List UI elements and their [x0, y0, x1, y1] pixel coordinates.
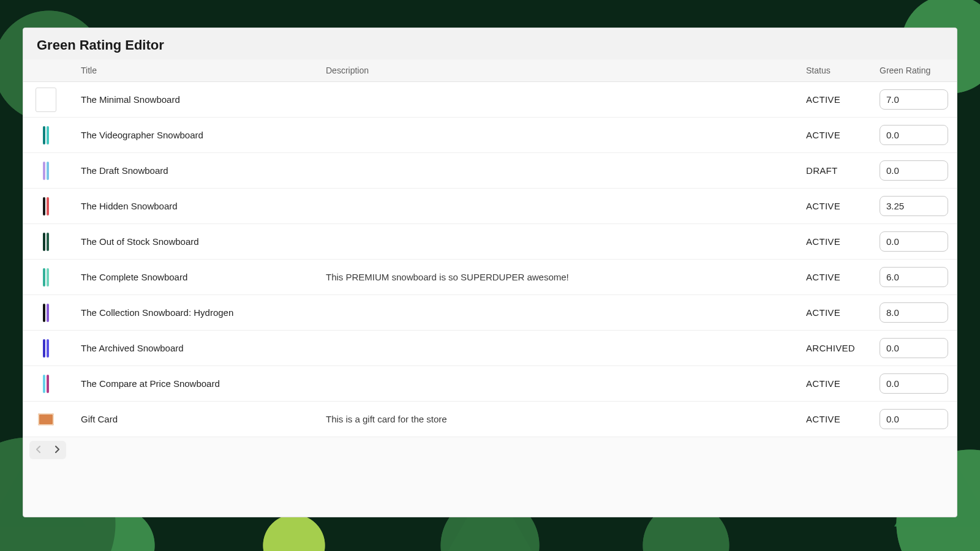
product-thumbnail [36, 159, 56, 183]
products-table: Title Description Status Green Rating Th… [23, 59, 957, 437]
table-row: The Draft SnowboardDRAFT [23, 153, 957, 189]
table-row: The Archived SnowboardARCHIVED [23, 331, 957, 366]
green-rating-input[interactable] [880, 409, 948, 429]
col-status: Status [797, 59, 871, 82]
green-rating-input[interactable] [880, 338, 948, 358]
product-thumbnail [36, 265, 56, 290]
green-rating-input[interactable] [880, 160, 948, 181]
product-title: The Videographer Snowboard [81, 130, 203, 140]
product-description: This is a gift card for the store [326, 414, 447, 424]
pagination [23, 437, 957, 465]
product-thumbnail [36, 194, 56, 219]
product-status: ACTIVE [806, 414, 840, 424]
product-title: The Complete Snowboard [81, 272, 187, 282]
page-title: Green Rating Editor [37, 37, 943, 53]
next-page-button[interactable] [48, 441, 66, 459]
product-title: The Compare at Price Snowboard [81, 378, 220, 389]
table-row: The Collection Snowboard: HydrogenACTIVE [23, 295, 957, 331]
app-card: Green Rating Editor Title Description St… [23, 28, 957, 517]
table-row: The Out of Stock SnowboardACTIVE [23, 224, 957, 260]
product-status: ACTIVE [806, 272, 840, 282]
prev-page-button[interactable] [29, 441, 48, 459]
product-thumbnail [36, 123, 56, 148]
product-description: This PREMIUM snowboard is so SUPERDUPER … [326, 272, 569, 282]
green-rating-input[interactable] [880, 267, 948, 287]
product-status: ACTIVE [806, 130, 840, 140]
table-row: The Hidden SnowboardACTIVE [23, 189, 957, 224]
product-status: DRAFT [806, 165, 838, 176]
product-title: Gift Card [81, 414, 118, 424]
table-row: The Complete SnowboardThis PREMIUM snowb… [23, 260, 957, 295]
table-row: Gift CardThis is a gift card for the sto… [23, 402, 957, 437]
product-title: The Collection Snowboard: Hydrogen [81, 307, 233, 318]
product-title: The Archived Snowboard [81, 343, 184, 353]
product-status: ACTIVE [806, 378, 840, 389]
product-thumbnail [36, 372, 56, 396]
green-rating-input[interactable] [880, 302, 948, 323]
green-rating-input[interactable] [880, 125, 948, 145]
table-row: The Minimal SnowboardACTIVE [23, 82, 957, 118]
table-row: The Compare at Price SnowboardACTIVE [23, 366, 957, 402]
product-thumbnail [36, 230, 56, 254]
green-rating-input[interactable] [880, 231, 948, 252]
card-header: Green Rating Editor [23, 28, 957, 59]
col-title: Title [72, 59, 317, 82]
product-status: ACTIVE [806, 236, 840, 247]
table-header-row: Title Description Status Green Rating [23, 59, 957, 82]
product-status: ARCHIVED [806, 343, 855, 353]
product-thumbnail [36, 407, 56, 432]
product-status: ACTIVE [806, 201, 840, 211]
product-title: The Out of Stock Snowboard [81, 236, 199, 247]
col-thumb [23, 59, 72, 82]
col-rating: Green Rating [871, 59, 957, 82]
green-rating-input[interactable] [880, 373, 948, 394]
product-thumbnail [36, 88, 56, 112]
product-status: ACTIVE [806, 307, 840, 318]
table-row: The Videographer SnowboardACTIVE [23, 118, 957, 153]
chevron-left-icon [35, 444, 42, 455]
product-title: The Hidden Snowboard [81, 201, 178, 211]
product-title: The Draft Snowboard [81, 165, 168, 176]
product-thumbnail [36, 301, 56, 325]
product-thumbnail [36, 336, 56, 361]
green-rating-input[interactable] [880, 196, 948, 216]
green-rating-input[interactable] [880, 89, 948, 110]
chevron-right-icon [53, 444, 61, 455]
product-title: The Minimal Snowboard [81, 94, 180, 105]
product-status: ACTIVE [806, 94, 840, 105]
col-description: Description [317, 59, 797, 82]
